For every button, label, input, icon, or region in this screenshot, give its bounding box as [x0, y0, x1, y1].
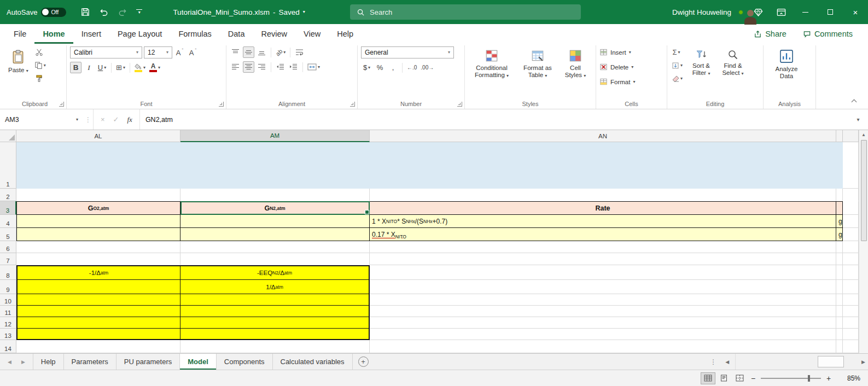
- sheet-tab-help[interactable]: Help: [33, 354, 64, 370]
- number-dialog-launcher[interactable]: [457, 102, 462, 107]
- sort-filter-button[interactable]: Sort & Filter: [687, 46, 715, 79]
- cell[interactable]: [836, 265, 843, 280]
- zoom-in-button[interactable]: +: [823, 374, 834, 383]
- tab-formulas[interactable]: Formulas: [170, 24, 219, 44]
- cell[interactable]: [370, 317, 836, 329]
- user-name[interactable]: Dwight Houweling: [666, 8, 738, 16]
- formula-input[interactable]: GN2,atm: [140, 109, 848, 130]
- increase-indent-button[interactable]: [288, 61, 299, 73]
- column-header-an[interactable]: AN: [370, 130, 836, 142]
- wrap-text-button[interactable]: [294, 46, 305, 58]
- cell[interactable]: [843, 201, 859, 215]
- row-header-4[interactable]: 4: [0, 215, 16, 228]
- row-header-5[interactable]: 5: [0, 228, 16, 241]
- align-center-button[interactable]: [243, 61, 254, 73]
- cell[interactable]: [16, 215, 180, 228]
- close-button[interactable]: ×: [843, 0, 868, 24]
- vertical-scroll-thumb[interactable]: [861, 140, 867, 241]
- font-color-button[interactable]: A: [148, 62, 161, 73]
- cell-am3-selected[interactable]: GN2,atm: [180, 201, 370, 215]
- cell[interactable]: [16, 294, 180, 306]
- row-header-7[interactable]: 7: [0, 253, 16, 265]
- tab-review[interactable]: Review: [253, 24, 295, 44]
- row-header-2[interactable]: 2: [0, 189, 16, 201]
- cell-al3[interactable]: GO2,atm: [16, 201, 180, 215]
- cell[interactable]: [836, 142, 843, 189]
- row-header-6[interactable]: 6: [0, 241, 16, 253]
- cell[interactable]: [370, 265, 836, 280]
- cell[interactable]: [180, 340, 370, 353]
- comma-style-button[interactable]: ,: [387, 62, 399, 73]
- hscroll-left-button[interactable]: ◀: [723, 359, 732, 365]
- cell[interactable]: [16, 142, 180, 189]
- underline-button[interactable]: U: [96, 62, 108, 73]
- format-cells-button[interactable]: Format: [599, 76, 663, 87]
- cell[interactable]: [370, 189, 836, 201]
- horizontal-scroll-thumb[interactable]: [818, 356, 844, 367]
- align-left-button[interactable]: [230, 61, 241, 73]
- page-layout-view-button[interactable]: [716, 372, 731, 384]
- cell-ao5[interactable]: g: [836, 228, 843, 241]
- sheet-tab-components[interactable]: Components: [217, 354, 273, 370]
- cell[interactable]: [16, 253, 180, 265]
- cell[interactable]: [843, 280, 859, 294]
- tab-page-layout[interactable]: Page Layout: [109, 24, 170, 44]
- conditional-formatting-button[interactable]: Conditional Formatting: [468, 46, 515, 81]
- autosum-button[interactable]: Σ: [671, 46, 682, 58]
- number-format-select[interactable]: General: [361, 46, 454, 59]
- cell[interactable]: [180, 228, 370, 241]
- cell[interactable]: [370, 340, 836, 353]
- cell[interactable]: [843, 253, 859, 265]
- cell[interactable]: [16, 189, 180, 201]
- cell[interactable]: [16, 241, 180, 253]
- column-header-am[interactable]: AM: [180, 130, 370, 142]
- row-header-11[interactable]: 11: [0, 306, 16, 317]
- autosave-control[interactable]: AutoSave Off: [0, 8, 73, 17]
- align-top-button[interactable]: [230, 46, 241, 58]
- cell[interactable]: [16, 306, 180, 317]
- cell[interactable]: [180, 294, 370, 306]
- cell-am9[interactable]: 1/Δatm: [180, 280, 370, 294]
- row-header-8[interactable]: 8: [0, 265, 16, 280]
- font-dialog-launcher[interactable]: [219, 102, 224, 107]
- cell[interactable]: [843, 317, 859, 329]
- collapse-ribbon-button[interactable]: [849, 97, 858, 104]
- sheet-nav-left-button[interactable]: ◀: [8, 359, 11, 365]
- cell[interactable]: [836, 241, 843, 253]
- format-painter-button[interactable]: [33, 73, 45, 84]
- column-header-partial[interactable]: [843, 130, 859, 142]
- cell[interactable]: [180, 241, 370, 253]
- sheet-tab-model[interactable]: Model: [180, 354, 217, 370]
- cell[interactable]: [16, 317, 180, 329]
- maximize-button[interactable]: [818, 0, 843, 24]
- accounting-format-button[interactable]: $: [361, 62, 372, 73]
- cell[interactable]: [180, 189, 370, 201]
- cell[interactable]: [843, 265, 859, 280]
- page-break-view-button[interactable]: [732, 372, 747, 384]
- cell-am8[interactable]: -EEQN2/Δatm: [180, 265, 370, 280]
- cell[interactable]: [16, 280, 180, 294]
- increase-font-size-button[interactable]: Aˆ: [174, 47, 185, 59]
- fill-color-button[interactable]: [133, 62, 147, 73]
- cell[interactable]: [843, 241, 859, 253]
- cell[interactable]: [370, 294, 836, 306]
- cell[interactable]: [180, 329, 370, 340]
- borders-button[interactable]: ⊞: [115, 62, 126, 73]
- merge-center-button[interactable]: [306, 61, 321, 73]
- clipboard-dialog-launcher[interactable]: [59, 102, 64, 107]
- cell-an3[interactable]: Rate: [370, 201, 836, 215]
- cell-ao4[interactable]: g: [836, 215, 843, 228]
- cell[interactable]: [370, 280, 836, 294]
- cell[interactable]: [180, 142, 370, 189]
- zoom-slider[interactable]: [761, 378, 821, 379]
- autosave-toggle[interactable]: Off: [41, 8, 66, 17]
- cell-an5[interactable]: 0.17 * XNITO: [370, 228, 836, 241]
- search-input[interactable]: [370, 8, 574, 16]
- cell[interactable]: [370, 329, 836, 340]
- account-button[interactable]: [738, 7, 747, 17]
- horizontal-scrollbar[interactable]: [735, 354, 855, 370]
- fill-button[interactable]: [671, 60, 684, 71]
- cell[interactable]: [843, 294, 859, 306]
- redo-button[interactable]: [118, 7, 127, 17]
- tab-file[interactable]: File: [5, 24, 34, 44]
